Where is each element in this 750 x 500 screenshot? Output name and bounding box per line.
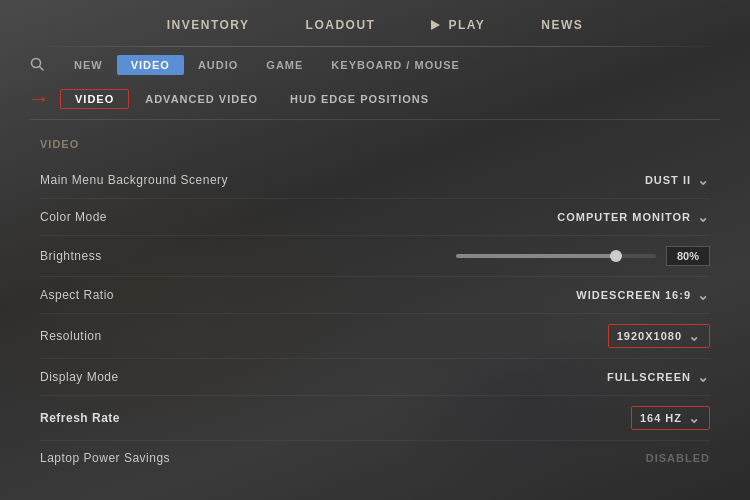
brightness-slider-fill	[456, 254, 616, 258]
setting-value-aspect-ratio[interactable]: WIDESCREEN 16:9 ⌄	[576, 287, 710, 303]
nav-item-play[interactable]: PLAY	[423, 14, 493, 36]
setting-label-laptop-power: Laptop Power Savings	[40, 451, 170, 465]
brightness-slider-thumb[interactable]	[610, 250, 622, 262]
chevron-icon: ⌄	[697, 209, 710, 225]
setting-row-aspect-ratio: Aspect Ratio WIDESCREEN 16:9 ⌄	[40, 277, 710, 314]
settings-divider	[30, 119, 720, 120]
setting-label-main-menu-bg: Main Menu Background Scenery	[40, 173, 228, 187]
sub-nav-keyboard-mouse[interactable]: KEYBOARD / MOUSE	[317, 55, 473, 75]
sub-nav-audio[interactable]: AUDIO	[184, 55, 252, 75]
sub-sub-nav-video[interactable]: VIDEO	[60, 89, 129, 109]
setting-row-laptop-power: Laptop Power Savings DISABLED	[40, 441, 710, 475]
setting-value-refresh-rate[interactable]: 164 HZ ⌄	[631, 406, 710, 430]
setting-row-color-mode: Color Mode COMPUTER MONITOR ⌄	[40, 199, 710, 236]
nav-item-news[interactable]: NEWS	[533, 14, 591, 36]
sub-sub-navigation: → VIDEO ADVANCED VIDEO HUD EDGE POSITION…	[0, 83, 750, 115]
chevron-icon: ⌄	[697, 172, 710, 188]
chevron-icon: ⌄	[697, 287, 710, 303]
sub-sub-nav-advanced-video[interactable]: ADVANCED VIDEO	[129, 89, 274, 109]
setting-value-color-mode[interactable]: COMPUTER MONITOR ⌄	[557, 209, 710, 225]
brightness-value-display: 80%	[666, 246, 710, 266]
setting-value-resolution[interactable]: 1920X1080 ⌄	[608, 324, 710, 348]
red-arrow-icon: →	[28, 86, 50, 112]
setting-row-refresh-rate: Refresh Rate 164 HZ ⌄	[40, 396, 710, 441]
sub-nav-game[interactable]: GAME	[252, 55, 317, 75]
sub-navigation: NEW VIDEO AUDIO GAME KEYBOARD / MOUSE	[0, 47, 750, 83]
chevron-icon: ⌄	[697, 369, 710, 385]
nav-item-loadout[interactable]: LOADOUT	[298, 14, 384, 36]
settings-content: Video Main Menu Background Scenery DUST …	[0, 124, 750, 500]
chevron-icon: ⌄	[688, 328, 701, 344]
setting-row-main-menu-bg: Main Menu Background Scenery DUST II ⌄	[40, 162, 710, 199]
setting-label-aspect-ratio: Aspect Ratio	[40, 288, 114, 302]
brightness-slider-track[interactable]	[456, 254, 656, 258]
setting-value-main-menu-bg[interactable]: DUST II ⌄	[645, 172, 710, 188]
sub-sub-nav-hud-edge[interactable]: HUD EDGE POSITIONS	[274, 89, 445, 109]
section-title: Video	[40, 138, 710, 150]
sub-nav-new[interactable]: NEW	[60, 55, 117, 75]
svg-line-1	[40, 66, 44, 70]
chevron-icon: ⌄	[688, 410, 701, 426]
setting-label-resolution: Resolution	[40, 329, 102, 343]
search-icon[interactable]	[30, 57, 44, 74]
top-navigation: INVENTORY LOADOUT PLAY NEWS	[0, 0, 750, 46]
setting-row-brightness: Brightness 80%	[40, 236, 710, 277]
setting-value-laptop-power: DISABLED	[646, 452, 710, 464]
setting-row-resolution: Resolution 1920X1080 ⌄	[40, 314, 710, 359]
setting-label-color-mode: Color Mode	[40, 210, 107, 224]
nav-item-inventory[interactable]: INVENTORY	[159, 14, 258, 36]
setting-row-display-mode: Display Mode FULLSCREEN ⌄	[40, 359, 710, 396]
setting-value-display-mode[interactable]: FULLSCREEN ⌄	[607, 369, 710, 385]
setting-label-refresh-rate: Refresh Rate	[40, 411, 120, 425]
sub-nav-video[interactable]: VIDEO	[117, 55, 184, 75]
brightness-control: 80%	[456, 246, 710, 266]
setting-label-display-mode: Display Mode	[40, 370, 119, 384]
play-triangle-icon	[431, 20, 440, 30]
setting-label-brightness: Brightness	[40, 249, 102, 263]
